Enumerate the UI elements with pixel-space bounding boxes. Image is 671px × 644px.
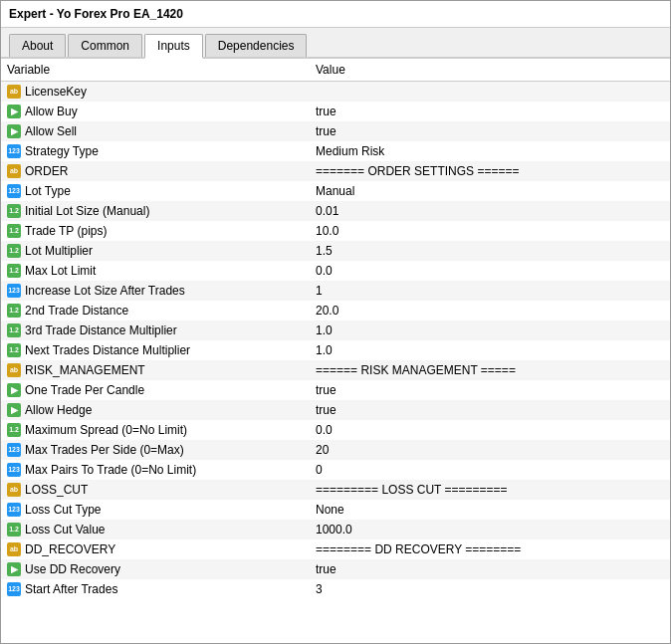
window-title: Expert - Yo Forex Pro EA_1420: [9, 7, 183, 21]
tab-inputs[interactable]: Inputs: [144, 34, 203, 59]
table-row[interactable]: 1.2Maximum Spread (0=No Limit)0.0: [1, 420, 670, 440]
table-row[interactable]: 123Max Trades Per Side (0=Max)20: [1, 440, 670, 460]
variable-name: Loss Cut Type: [25, 503, 102, 517]
variable-value: [310, 82, 670, 102]
table-row[interactable]: ▶One Trade Per Candletrue: [1, 380, 670, 400]
title-bar: Expert - Yo Forex Pro EA_1420: [1, 1, 670, 28]
variable-value: None: [310, 500, 670, 520]
table-row[interactable]: abRISK_MANAGEMENT====== RISK MANAGEMENT …: [1, 360, 670, 380]
table-row[interactable]: 123Loss Cut TypeNone: [1, 500, 670, 520]
variable-value: 0.0: [310, 261, 670, 281]
row-icon-green: ▶: [7, 562, 21, 576]
table-row[interactable]: 1.22nd Trade Distance20.0: [1, 301, 670, 321]
variable-name: Allow Sell: [25, 124, 77, 138]
row-icon-v12: 1.2: [7, 224, 21, 238]
table-row[interactable]: abORDER======= ORDER SETTINGS ======: [1, 161, 670, 181]
variable-name: Increase Lot Size After Trades: [25, 284, 185, 298]
row-icon-v12: 1.2: [7, 204, 21, 218]
variable-name: Lot Multiplier: [25, 244, 93, 258]
variable-name: Max Pairs To Trade (0=No Limit): [25, 463, 196, 477]
variable-value: 3: [310, 579, 670, 599]
variable-name: 2nd Trade Distance: [25, 304, 128, 318]
variable-value: true: [310, 400, 670, 420]
variable-name: RISK_MANAGEMENT: [25, 363, 145, 377]
variable-name: LOSS_CUT: [25, 483, 88, 497]
variable-value: 0.0: [310, 420, 670, 440]
row-icon-ab: ab: [7, 164, 21, 178]
main-window: Expert - Yo Forex Pro EA_1420 About Comm…: [0, 0, 671, 644]
row-icon-blue-123: 123: [7, 284, 21, 298]
row-icon-blue-123: 123: [7, 582, 21, 596]
variable-value: ====== RISK MANAGEMENT =====: [310, 360, 670, 380]
variable-name: Maximum Spread (0=No Limit): [25, 423, 187, 437]
variable-name: 3rd Trade Distance Multiplier: [25, 323, 177, 337]
row-icon-ab: ab: [7, 483, 21, 497]
variable-name: Loss Cut Value: [25, 523, 106, 537]
row-icon-blue-123: 123: [7, 443, 21, 457]
variable-value: 0: [310, 460, 670, 480]
variable-name: Trade TP (pips): [25, 224, 107, 238]
variable-name: Max Lot Limit: [25, 264, 96, 278]
table-row[interactable]: 123Increase Lot Size After Trades1: [1, 281, 670, 301]
table-container[interactable]: Variable Value abLicenseKey▶Allow Buytru…: [1, 59, 670, 643]
table-row[interactable]: abLOSS_CUT========= LOSS CUT =========: [1, 480, 670, 500]
table-row[interactable]: 1.23rd Trade Distance Multiplier1.0: [1, 321, 670, 340]
table-row[interactable]: ▶Allow Selltrue: [1, 121, 670, 141]
variable-value: Manual: [310, 181, 670, 201]
variable-value: ======= ORDER SETTINGS ======: [310, 161, 670, 181]
variable-name: Initial Lot Size (Manual): [25, 204, 149, 218]
header-value: Value: [310, 59, 670, 82]
variable-name: Allow Hedge: [25, 403, 92, 417]
row-icon-blue-123: 123: [7, 184, 21, 198]
variable-value: ======== DD RECOVERY ========: [310, 539, 670, 559]
row-icon-v12: 1.2: [7, 423, 21, 437]
variable-name: Lot Type: [25, 184, 71, 198]
variable-name: One Trade Per Candle: [25, 383, 144, 397]
parameters-table: Variable Value abLicenseKey▶Allow Buytru…: [1, 59, 670, 599]
variable-name: Use DD Recovery: [25, 562, 120, 576]
variable-value: 1.0: [310, 340, 670, 360]
variable-value: true: [310, 559, 670, 579]
table-row[interactable]: 1.2Trade TP (pips)10.0: [1, 221, 670, 241]
table-row[interactable]: abLicenseKey: [1, 82, 670, 102]
row-icon-v12: 1.2: [7, 343, 21, 357]
table-row[interactable]: 123Lot TypeManual: [1, 181, 670, 201]
table-row[interactable]: 1.2Next Trades Distance Multiplier1.0: [1, 340, 670, 360]
row-icon-green: ▶: [7, 105, 21, 118]
table-row[interactable]: 123Start After Trades3: [1, 579, 670, 599]
table-row[interactable]: 1.2Max Lot Limit0.0: [1, 261, 670, 281]
row-icon-blue-123: 123: [7, 503, 21, 517]
header-variable: Variable: [1, 59, 310, 82]
row-icon-green: ▶: [7, 124, 21, 138]
row-icon-v12: 1.2: [7, 523, 21, 537]
table-row[interactable]: ▶Allow Hedgetrue: [1, 400, 670, 420]
tab-common[interactable]: Common: [68, 34, 142, 57]
table-row[interactable]: ▶Allow Buytrue: [1, 102, 670, 121]
table-row[interactable]: 123Strategy TypeMedium Risk: [1, 141, 670, 161]
tab-dependencies[interactable]: Dependencies: [205, 34, 308, 57]
variable-value: ========= LOSS CUT =========: [310, 480, 670, 500]
tab-about[interactable]: About: [9, 34, 66, 57]
variable-name: Next Trades Distance Multiplier: [25, 343, 190, 357]
variable-name: ORDER: [25, 164, 68, 178]
tab-bar: About Common Inputs Dependencies: [1, 28, 670, 59]
table-row[interactable]: 1.2Initial Lot Size (Manual)0.01: [1, 201, 670, 221]
table-row[interactable]: 123Max Pairs To Trade (0=No Limit)0: [1, 460, 670, 480]
variable-value: true: [310, 380, 670, 400]
row-icon-v12: 1.2: [7, 264, 21, 278]
variable-name: Start After Trades: [25, 582, 117, 596]
variable-name: Allow Buy: [25, 105, 78, 118]
row-icon-blue-123: 123: [7, 144, 21, 158]
table-row[interactable]: ▶Use DD Recoverytrue: [1, 559, 670, 579]
variable-value: true: [310, 102, 670, 121]
row-icon-v12: 1.2: [7, 304, 21, 318]
variable-value: 20.0: [310, 301, 670, 321]
table-row[interactable]: 1.2Loss Cut Value1000.0: [1, 520, 670, 539]
table-row[interactable]: 1.2Lot Multiplier1.5: [1, 241, 670, 261]
row-icon-blue-123: 123: [7, 463, 21, 477]
row-icon-green: ▶: [7, 403, 21, 417]
table-row[interactable]: abDD_RECOVERY======== DD RECOVERY ======…: [1, 539, 670, 559]
variable-value: 20: [310, 440, 670, 460]
variable-name: LicenseKey: [25, 85, 87, 99]
variable-value: Medium Risk: [310, 141, 670, 161]
